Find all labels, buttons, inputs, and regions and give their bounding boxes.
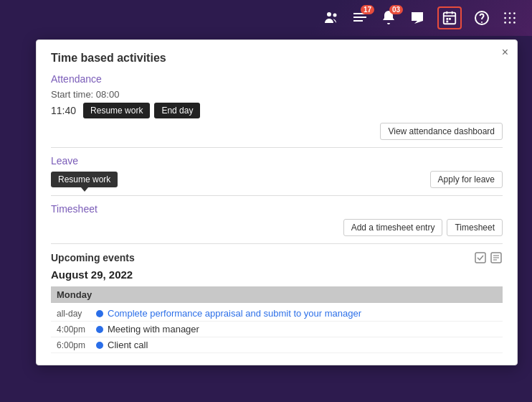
svg-point-22 [513,22,516,24]
day-label: Monday [51,286,503,303]
top-nav: 17 03 [0,0,532,36]
svg-rect-11 [446,21,448,23]
svg-point-18 [509,17,511,19]
event-time-1: 4:00pm [57,324,96,335]
leave-label: Leave [51,155,503,167]
event-time-2: 6:00pm [57,340,96,350]
divider-1 [51,147,503,148]
attendance-time-row: 11:40 Resume work End day [51,103,503,118]
end-day-button[interactable]: End day [154,103,200,118]
calendar-icon[interactable] [437,6,462,29]
event-dot-2 [96,342,103,349]
svg-point-14 [504,12,506,14]
leave-left: Resume work [51,172,118,187]
svg-point-1 [333,14,337,17]
divider-3 [51,243,503,244]
timesheet-label: Timesheet [51,203,503,215]
svg-point-21 [509,22,511,24]
timesheet-row: Add a timesheet entry Timesheet [51,219,503,236]
apply-for-leave-button[interactable]: Apply for leave [430,171,503,188]
upcoming-actions [474,251,503,264]
event-dot-0 [96,310,103,317]
help-icon[interactable] [473,9,490,27]
add-timesheet-button[interactable]: Add a timesheet entry [343,219,443,236]
svg-point-15 [509,12,511,14]
svg-rect-10 [449,18,451,20]
current-time: 11:40 [51,105,76,116]
event-date: August 29, 2022 [51,268,503,281]
event-row-1: 4:00pm Meeting with manager [51,322,503,337]
svg-rect-3 [353,17,366,18]
event-text-1: Meeting with manager [108,324,199,335]
list-icon[interactable]: 17 [351,9,369,27]
svg-point-16 [513,12,516,14]
people-icon[interactable] [323,9,340,27]
attendance-label: Attendance [51,73,503,85]
svg-point-13 [481,22,483,23]
grid-icon[interactable] [502,10,518,26]
bell-badge: 03 [389,5,403,14]
event-time-0: all-day [57,309,96,319]
svg-point-17 [504,17,506,19]
event-text-2: Client call [108,340,148,350]
bell-icon[interactable]: 03 [380,9,397,27]
list-badge: 17 [361,5,374,14]
divider-2 [51,195,503,196]
popup-title: Time based activities [51,52,503,65]
upcoming-header: Upcoming events [51,251,503,264]
svg-rect-4 [353,20,363,22]
event-row-2: 6:00pm Client call [51,337,503,353]
time-activities-popup: × Time based activities Attendance Start… [36,39,518,365]
leave-row: Resume work Apply for leave [51,171,503,188]
view-dashboard-button[interactable]: View attendance dashboard [380,123,503,140]
event-text-0: Complete performance appraisal and submi… [108,308,361,319]
upcoming-title: Upcoming events [51,252,135,263]
resume-work-button[interactable]: Resume work [83,103,150,118]
timesheet-button[interactable]: Timesheet [447,219,503,236]
check-icon[interactable] [474,251,487,264]
list-view-icon[interactable] [490,251,503,264]
svg-rect-9 [446,18,448,20]
event-dot-1 [96,326,103,333]
start-time: Start time: 08:00 [51,89,503,100]
leave-resume-work-button[interactable]: Resume work [51,172,118,187]
close-button[interactable]: × [502,46,508,59]
svg-point-0 [327,12,331,17]
svg-rect-23 [475,253,485,263]
event-row-0: all-day Complete performance appraisal a… [51,306,503,322]
attendance-dashboard-row: View attendance dashboard [51,123,503,140]
chat-icon[interactable] [409,9,426,27]
svg-point-19 [513,17,516,19]
svg-point-20 [504,22,506,24]
